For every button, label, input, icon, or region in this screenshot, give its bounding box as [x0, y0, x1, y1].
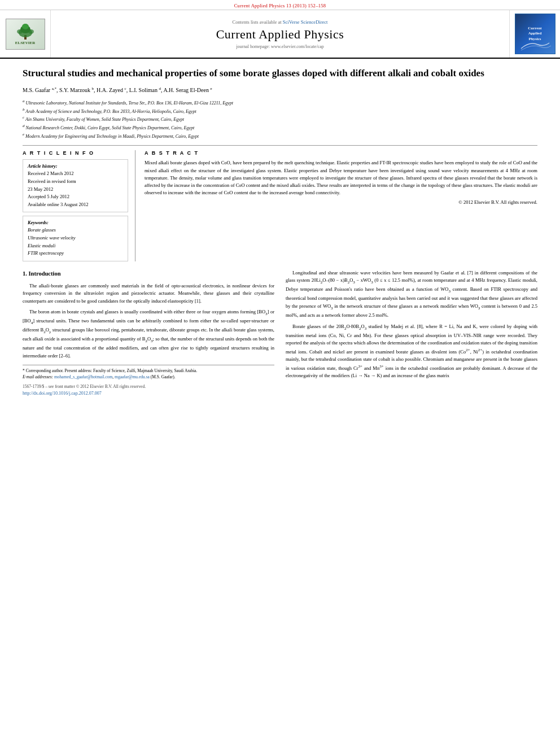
keyword-4: FTIR spectroscopy: [28, 250, 123, 257]
body-left-column: 1. Introduction The alkali-borate glasse…: [23, 269, 274, 397]
journal-reference: Current Applied Physics 13 (2013) 152–15…: [234, 3, 326, 8]
elsevier-wordmark: ELSEVIER: [15, 41, 35, 45]
available-online: Available online 3 August 2012: [28, 201, 123, 209]
issn-doi: 1567-1739/$ – see front matter © 2012 El…: [23, 383, 274, 397]
journal-title-section: Contents lists available at SciVerse Sci…: [51, 10, 509, 58]
elsevier-tree-icon: [14, 23, 37, 40]
affiliation-b: b Arab Academy of Science and Technology…: [23, 107, 537, 115]
paper-title: Structural studies and mechanical proper…: [23, 67, 537, 80]
sciverse-line: Contents lists available at SciVerse Sci…: [233, 19, 328, 25]
authors-line: M.S. Gaafar a,*, S.Y. Marzouk b, H.A. Za…: [23, 86, 537, 95]
cap-logo-section: CurrentAppliedPhysics: [509, 10, 560, 58]
right-para-1: Longitudinal and shear ultrasonic wave v…: [286, 269, 537, 320]
issn-line: 1567-1739/$ – see front matter © 2012 El…: [23, 383, 274, 390]
email-1[interactable]: mohamed_s_gaafar@hotmail.com: [54, 374, 112, 379]
svg-point-3: [22, 24, 29, 29]
doi-line: http://dx.doi.org/10.1016/j.cap.2012.07.…: [23, 390, 274, 397]
affiliations: a Ultrasonic Laboratory, National Instit…: [23, 98, 537, 139]
copyright-notice: © 2012 Elsevier B.V. All rights reserved…: [145, 199, 537, 206]
accepted-date: Accepted 5 July 2012: [28, 193, 123, 201]
corresponding-author-note: * Corresponding author. Present address:…: [23, 368, 274, 374]
abstract-label: A B S T R A C T: [145, 150, 537, 156]
header-divider: [23, 145, 537, 146]
elsevier-logo-box: ELSEVIER: [6, 19, 45, 50]
section-1-heading: 1. Introduction: [23, 269, 274, 279]
elsevier-logo-section: ELSEVIER: [0, 10, 51, 58]
journal-header: ELSEVIER Contents lists available at Sci…: [0, 10, 560, 59]
email-label: E-mail addresses:: [23, 374, 53, 379]
history-label: Article history:: [28, 163, 123, 169]
affiliation-a: a Ultrasonic Laboratory, National Instit…: [23, 98, 537, 107]
journal-title: Current Applied Physics: [216, 27, 344, 42]
journal-url: journal homepage: www.elsevier.com/locat…: [236, 44, 323, 49]
top-bar: Current Applied Physics 13 (2013) 152–15…: [0, 0, 560, 10]
body-right-column: Longitudinal and shear ultrasonic wave v…: [286, 269, 537, 397]
keywords-list: Borate glasses Ultrasonic wave velocity …: [28, 226, 123, 257]
sciverse-link[interactable]: SciVerse ScienceDirect: [283, 19, 328, 25]
elsevier-logo: ELSEVIER: [6, 19, 45, 50]
keyword-1: Borate glasses: [28, 226, 123, 234]
article-info-abstract: A R T I C L E I N F O Article history: R…: [23, 150, 537, 261]
doi-link[interactable]: http://dx.doi.org/10.1016/j.cap.2012.07.…: [23, 391, 102, 396]
revised-date: 23 May 2012: [28, 186, 123, 194]
article-info-column: A R T I C L E I N F O Article history: R…: [23, 150, 135, 261]
email-2[interactable]: mgaafar@mu.edu.sa: [115, 374, 150, 379]
svg-point-5: [28, 29, 34, 34]
keywords-box: Keywords: Borate glasses Ultrasonic wave…: [23, 216, 128, 261]
keywords-label: Keywords:: [28, 220, 123, 225]
cap-logo: CurrentAppliedPhysics: [515, 14, 555, 54]
keyword-2: Ultrasonic wave velocity: [28, 234, 123, 242]
received-revised-label: Received in revised form: [28, 178, 123, 186]
received-date: Received 2 March 2012: [28, 170, 123, 178]
abstract-column: A B S T R A C T Mixed alkali borate glas…: [145, 150, 537, 261]
cap-logo-graphic: [518, 40, 552, 51]
cap-logo-text: CurrentAppliedPhysics: [528, 26, 541, 41]
main-content: Structural studies and mechanical proper…: [0, 59, 560, 403]
abstract-text: Mixed alkali borate glasses doped with C…: [145, 159, 537, 206]
body-content: 1. Introduction The alkali-borate glasse…: [23, 269, 537, 397]
article-history-box: Article history: Received 2 March 2012 R…: [23, 159, 128, 212]
intro-para-1: The alkali-borate glasses are commonly u…: [23, 282, 274, 305]
email-footnote: E-mail addresses: mohamed_s_gaafar@hotma…: [23, 374, 274, 380]
affiliation-c: c Ain Shams University, Faculty of Women…: [23, 115, 537, 123]
svg-point-4: [17, 29, 23, 34]
article-info-label: A R T I C L E I N F O: [23, 150, 128, 156]
body-two-columns: 1. Introduction The alkali-borate glasse…: [23, 269, 537, 397]
intro-para-2: The boron atom in borate crystals and gl…: [23, 308, 274, 360]
affiliation-d: d National Research Center, Dokki, Cairo…: [23, 123, 537, 132]
keyword-3: Elastic moduli: [28, 242, 123, 250]
email-suffix: (M.S. Gaafar).: [151, 374, 176, 379]
right-para-2: Borate glasses of the 20R2O·80B2O3 studi…: [286, 323, 537, 380]
affiliation-e: e Modern Academy for Engineering and Tec…: [23, 132, 537, 140]
footnotes: * Corresponding author. Present address:…: [23, 365, 274, 381]
